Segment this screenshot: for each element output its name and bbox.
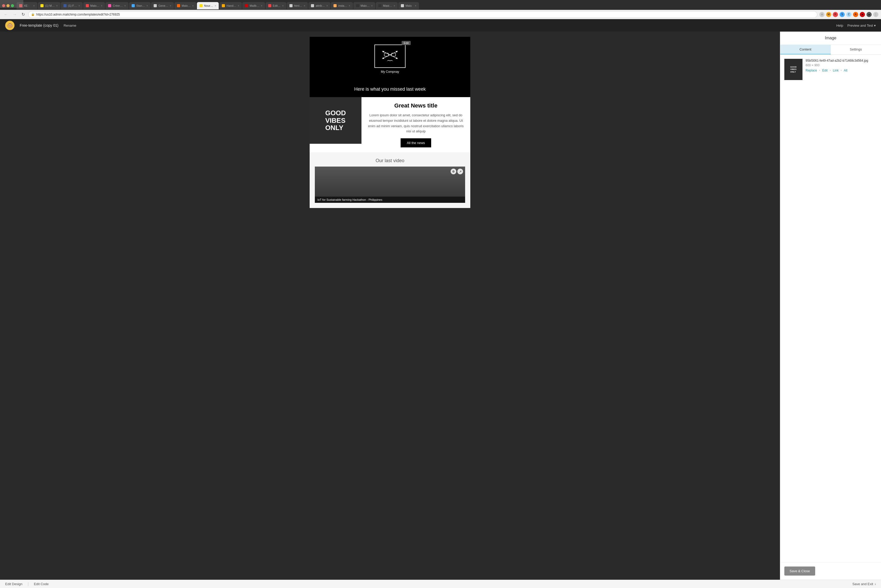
right-panel: Image Content Settings GOODVIBESONLY 95b… xyxy=(780,32,881,580)
bookmark-icon[interactable]: ☆ xyxy=(819,12,824,17)
tab-malo[interactable]: Malo… × xyxy=(83,2,105,9)
missed-text: Here is what you missed last week xyxy=(315,87,465,92)
extension-icon-5[interactable]: A xyxy=(853,12,858,17)
address-text: https://us10.admin.mailchimp.com/templat… xyxy=(36,13,120,16)
template-name: Free-template (copy 01) xyxy=(20,23,58,27)
extension-icon-8[interactable]: ⋮ xyxy=(873,12,878,17)
panel-image-text: GOODVIBESONLY xyxy=(789,65,798,74)
tab-hand[interactable]: Hand… × xyxy=(219,2,242,9)
edit-code-link[interactable]: Edit Code xyxy=(34,582,49,586)
extension-icon-1[interactable]: M xyxy=(826,12,831,17)
news-body: Lorem ipsum dolor sit amet, consectetur … xyxy=(367,112,465,134)
all-news-button[interactable]: All the news xyxy=(401,138,431,147)
extension-icon-2[interactable]: R xyxy=(833,12,838,17)
tab-fb[interactable]: (1) F… × xyxy=(61,2,83,9)
image-thumbnail: GOODVIBESONLY xyxy=(784,59,803,80)
tab-nour[interactable]: Nour… × xyxy=(197,2,219,9)
panel-tabs: Content Settings xyxy=(780,45,881,55)
chevron-right-icon: › xyxy=(875,582,876,586)
tab-maloc[interactable]: Malo… × xyxy=(174,2,197,9)
panel-title: Image xyxy=(780,32,881,45)
help-button[interactable]: Help xyxy=(836,24,843,27)
edit-link[interactable]: Edit xyxy=(822,69,828,72)
bottom-bar: Edit Design | Edit Code Save and Exit › xyxy=(0,580,881,588)
company-logo-box xyxy=(374,45,405,68)
image-preview-row: GOODVIBESONLY 95bf3061-fe49-47ad-a2b2-b7… xyxy=(784,59,877,80)
save-exit-button[interactable]: Save and Exit › xyxy=(852,582,876,586)
email-canvas: Edit My Compnay Here is what you missed … xyxy=(0,32,780,580)
panel-footer: Save & Close xyxy=(780,562,881,580)
news-image: GOOD VIBES ONLY xyxy=(310,97,362,144)
share-icon[interactable]: ↗ xyxy=(457,169,463,174)
good-vibes-text: GOOD VIBES ONLY xyxy=(321,105,350,136)
replace-link[interactable]: Replace xyxy=(806,69,817,72)
edit-design-link[interactable]: Edit Design xyxy=(5,582,22,586)
logo-container: Edit My Compnay xyxy=(374,45,405,74)
save-close-button[interactable]: Save & Close xyxy=(784,567,815,576)
tab-gene[interactable]: Gene… × xyxy=(151,2,174,9)
video-thumbnail: IoT for Sustainable farming Hackathon - … xyxy=(315,166,465,203)
news-section: GOOD VIBES ONLY Great News title Lorem i… xyxy=(310,97,470,153)
tab-malo2[interactable]: Malo × xyxy=(398,2,419,9)
extension-icon-4[interactable]: C xyxy=(846,12,851,17)
main-layout: Edit My Compnay Here is what you missed … xyxy=(0,32,881,580)
image-filename: 95bf3061-fe49-47ad-a2b2-b71468c3d564.jpg xyxy=(806,59,877,62)
tab-maste[interactable]: Mast… × xyxy=(376,2,398,9)
navigation-bar: ← → ↻ 🔒 https://us10.admin.mailchimp.com… xyxy=(0,10,881,19)
news-title: Great News title xyxy=(367,102,465,109)
settings-icon[interactable]: ⚙ xyxy=(450,169,456,174)
tab-malor[interactable]: Malo… × xyxy=(353,2,375,9)
image-actions: Replace • Edit • Link • Alt xyxy=(806,69,877,72)
header-right: Help Preview and Test ▾ xyxy=(836,24,876,27)
tab-html[interactable]: html… × xyxy=(287,2,308,9)
nav-icons: ☆ M R S C A ● ▲ ⋮ xyxy=(819,12,878,17)
mailchimp-logo: 🐵 xyxy=(5,21,15,30)
company-name: My Compnay xyxy=(374,70,405,74)
extension-icon-6[interactable]: ● xyxy=(860,12,865,17)
tab-bar: XE : × (1) M… × (1) F… × Malo… × Créer… … xyxy=(0,0,881,10)
extension-icon-3[interactable]: S xyxy=(839,12,845,17)
news-content: Great News title Lorem ipsum dolor sit a… xyxy=(362,97,470,153)
tab-content[interactable]: Content xyxy=(780,45,831,54)
missed-section: Here is what you missed last week xyxy=(310,81,470,97)
panel-content: GOODVIBESONLY 95bf3061-fe49-47ad-a2b2-b7… xyxy=(780,55,881,562)
tab-mailchimp[interactable]: (1) M… × xyxy=(38,2,60,9)
link-link[interactable]: Link xyxy=(833,69,839,72)
tab-attrib[interactable]: attrib… × xyxy=(308,2,330,9)
refresh-button[interactable]: ↻ xyxy=(20,11,26,17)
app-header: 🐵 Free-template (copy 01) Rename Help Pr… xyxy=(0,19,881,32)
edit-badge[interactable]: Edit xyxy=(402,41,411,45)
address-bar[interactable]: 🔒 https://us10.admin.mailchimp.com/templ… xyxy=(28,11,817,18)
alt-link[interactable]: Alt xyxy=(844,69,847,72)
video-controls: ⚙ ↗ xyxy=(450,169,463,174)
video-section: Our last video IoT for Sustainable farmi… xyxy=(310,153,470,208)
tab-stan[interactable]: Stan… × xyxy=(129,2,150,9)
rename-button[interactable]: Rename xyxy=(63,24,76,27)
email-template: Edit My Compnay Here is what you missed … xyxy=(310,37,470,208)
back-button[interactable]: ← xyxy=(3,12,9,17)
tab-cree[interactable]: Créer… × xyxy=(105,2,128,9)
svg-rect-0 xyxy=(384,53,389,56)
image-info: 95bf3061-fe49-47ad-a2b2-b71468c3d564.jpg… xyxy=(806,59,877,72)
tab-mailb[interactable]: Mailb… × xyxy=(242,2,265,9)
video-label: IoT for Sustainable farming Hackathon - … xyxy=(315,196,465,203)
tab-edit[interactable]: Edit… × xyxy=(266,2,286,9)
lock-icon: 🔒 xyxy=(31,13,35,16)
svg-rect-1 xyxy=(392,53,396,56)
image-dimensions: 600 × 900 xyxy=(806,63,877,67)
company-logo-svg xyxy=(380,48,400,64)
chevron-down-icon: ▾ xyxy=(874,24,876,27)
video-section-title: Our last video xyxy=(315,158,465,164)
forward-button[interactable]: → xyxy=(11,12,18,17)
tab-insta[interactable]: insta… × xyxy=(331,2,353,9)
email-header-section: Edit My Compnay xyxy=(310,37,470,81)
extension-icon-7[interactable]: ▲ xyxy=(866,12,872,17)
preview-test-button[interactable]: Preview and Test ▾ xyxy=(847,24,876,27)
tab-settings[interactable]: Settings xyxy=(831,45,881,54)
